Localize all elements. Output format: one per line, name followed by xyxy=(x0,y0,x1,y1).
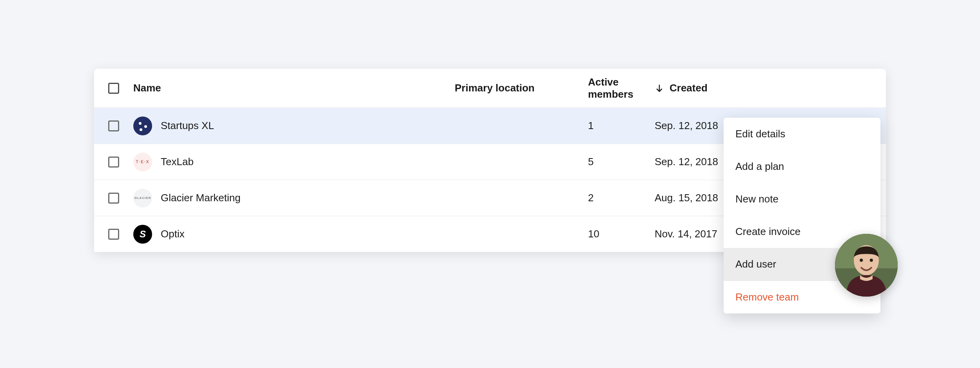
column-header-created[interactable]: Created xyxy=(655,82,835,94)
team-logo-icon xyxy=(133,117,152,135)
column-header-created-label: Created xyxy=(670,82,708,94)
team-logo-icon: GLACIER xyxy=(133,189,152,208)
team-name: TexLab xyxy=(161,156,194,168)
team-active-members: 2 xyxy=(588,192,655,204)
team-active-members: 5 xyxy=(588,156,655,168)
column-header-name[interactable]: Name xyxy=(133,82,455,94)
row-checkbox[interactable] xyxy=(108,193,119,204)
team-name: Optix xyxy=(161,228,185,240)
column-header-primary-location[interactable]: Primary location xyxy=(455,82,588,94)
svg-point-4 xyxy=(860,259,863,262)
team-name: Glacier Marketing xyxy=(161,192,241,204)
sort-descending-icon xyxy=(655,84,664,93)
team-name: Startups XL xyxy=(161,120,214,132)
team-logo-icon: S xyxy=(133,225,152,244)
team-active-members: 10 xyxy=(588,228,655,240)
header-checkbox-cell xyxy=(94,83,133,94)
menu-item-edit-details[interactable]: Edit details xyxy=(724,118,880,150)
menu-item-add-plan[interactable]: Add a plan xyxy=(724,150,880,183)
team-logo-icon: T·E·X xyxy=(133,153,152,171)
menu-item-new-note[interactable]: New note xyxy=(724,183,880,215)
user-avatar[interactable] xyxy=(835,234,898,297)
row-checkbox[interactable] xyxy=(108,229,119,240)
table-header-row: Name Primary location Active members Cre… xyxy=(94,69,886,108)
select-all-checkbox[interactable] xyxy=(108,83,119,94)
column-header-active-members[interactable]: Active members xyxy=(588,76,655,100)
row-checkbox[interactable] xyxy=(108,120,119,131)
svg-point-5 xyxy=(870,259,873,262)
row-checkbox[interactable] xyxy=(108,157,119,168)
team-active-members: 1 xyxy=(588,120,655,132)
